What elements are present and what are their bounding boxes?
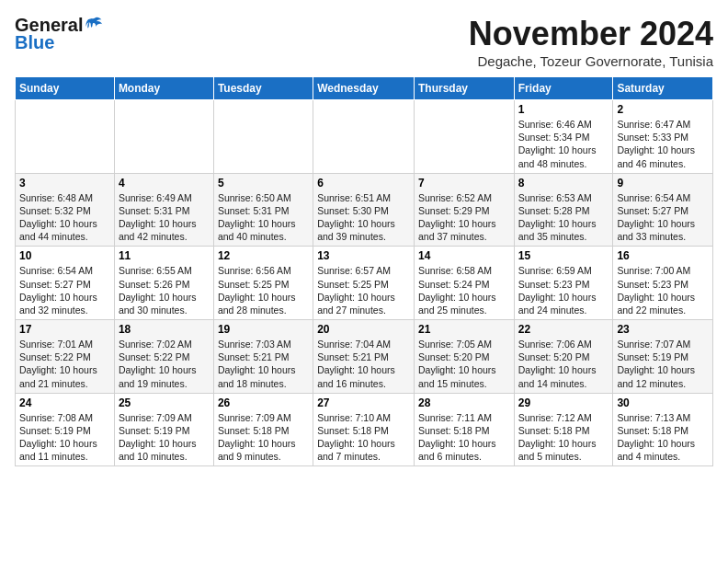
calendar-week-row: 10Sunrise: 6:54 AM Sunset: 5:27 PM Dayli… — [16, 247, 713, 320]
day-info: Sunrise: 7:10 AM Sunset: 5:18 PM Dayligh… — [317, 411, 410, 464]
day-info: Sunrise: 6:48 AM Sunset: 5:32 PM Dayligh… — [19, 191, 110, 244]
weekday-header-wednesday: Wednesday — [313, 77, 415, 100]
calendar-day-cell: 10Sunrise: 6:54 AM Sunset: 5:27 PM Dayli… — [16, 247, 115, 320]
day-info: Sunrise: 6:58 AM Sunset: 5:24 PM Dayligh… — [418, 264, 510, 316]
logo: General Blue — [15, 15, 105, 53]
day-info: Sunrise: 7:09 AM Sunset: 5:18 PM Dayligh… — [218, 411, 309, 464]
calendar-day-cell: 27Sunrise: 7:10 AM Sunset: 5:18 PM Dayli… — [313, 393, 415, 466]
calendar-day-cell: 25Sunrise: 7:09 AM Sunset: 5:19 PM Dayli… — [114, 393, 213, 466]
calendar-header: SundayMondayTuesdayWednesdayThursdayFrid… — [16, 77, 713, 100]
calendar-week-row: 24Sunrise: 7:08 AM Sunset: 5:19 PM Dayli… — [16, 393, 713, 466]
day-info: Sunrise: 6:53 AM Sunset: 5:28 PM Dayligh… — [518, 191, 609, 244]
day-number: 19 — [218, 323, 309, 336]
calendar-day-cell: 5Sunrise: 6:50 AM Sunset: 5:31 PM Daylig… — [213, 173, 313, 247]
weekday-header-thursday: Thursday — [414, 77, 514, 100]
day-number: 27 — [317, 396, 410, 409]
calendar-day-cell — [114, 100, 213, 174]
day-info: Sunrise: 6:46 AM Sunset: 5:34 PM Dayligh… — [518, 118, 609, 170]
calendar-day-cell — [213, 100, 313, 174]
calendar-day-cell: 22Sunrise: 7:06 AM Sunset: 5:20 PM Dayli… — [514, 320, 613, 394]
calendar-day-cell: 4Sunrise: 6:49 AM Sunset: 5:31 PM Daylig… — [114, 173, 213, 247]
day-number: 17 — [19, 323, 110, 336]
calendar-day-cell: 6Sunrise: 6:51 AM Sunset: 5:30 PM Daylig… — [313, 173, 415, 247]
day-number: 21 — [418, 323, 510, 336]
day-number: 15 — [518, 249, 609, 262]
calendar-day-cell: 13Sunrise: 6:57 AM Sunset: 5:25 PM Dayli… — [313, 247, 415, 320]
calendar-week-row: 17Sunrise: 7:01 AM Sunset: 5:22 PM Dayli… — [16, 320, 713, 394]
calendar-day-cell: 17Sunrise: 7:01 AM Sunset: 5:22 PM Dayli… — [16, 320, 115, 394]
day-number: 8 — [518, 177, 609, 190]
day-info: Sunrise: 7:01 AM Sunset: 5:22 PM Dayligh… — [19, 338, 110, 390]
day-info: Sunrise: 7:09 AM Sunset: 5:19 PM Dayligh… — [119, 411, 210, 464]
calendar-day-cell: 3Sunrise: 6:48 AM Sunset: 5:32 PM Daylig… — [16, 173, 115, 247]
calendar-day-cell: 21Sunrise: 7:05 AM Sunset: 5:20 PM Dayli… — [414, 320, 514, 394]
calendar-day-cell: 28Sunrise: 7:11 AM Sunset: 5:18 PM Dayli… — [414, 393, 514, 466]
calendar-day-cell: 8Sunrise: 6:53 AM Sunset: 5:28 PM Daylig… — [514, 173, 613, 247]
calendar-day-cell — [313, 100, 415, 174]
calendar-day-cell: 18Sunrise: 7:02 AM Sunset: 5:22 PM Dayli… — [114, 320, 213, 394]
calendar-day-cell: 11Sunrise: 6:55 AM Sunset: 5:26 PM Dayli… — [114, 247, 213, 320]
weekday-header-saturday: Saturday — [613, 77, 713, 100]
day-info: Sunrise: 6:57 AM Sunset: 5:25 PM Dayligh… — [317, 264, 410, 316]
day-number: 9 — [617, 177, 709, 190]
day-number: 3 — [19, 177, 110, 190]
day-number: 18 — [119, 323, 210, 336]
day-number: 25 — [119, 396, 210, 409]
day-info: Sunrise: 6:49 AM Sunset: 5:31 PM Dayligh… — [119, 191, 210, 244]
day-number: 28 — [418, 396, 510, 409]
calendar-day-cell: 20Sunrise: 7:04 AM Sunset: 5:21 PM Dayli… — [313, 320, 415, 394]
weekday-header-monday: Monday — [114, 77, 213, 100]
calendar-day-cell: 29Sunrise: 7:12 AM Sunset: 5:18 PM Dayli… — [514, 393, 613, 466]
weekday-header-friday: Friday — [514, 77, 613, 100]
day-number: 20 — [317, 323, 410, 336]
calendar-day-cell: 9Sunrise: 6:54 AM Sunset: 5:27 PM Daylig… — [613, 173, 713, 247]
day-info: Sunrise: 7:00 AM Sunset: 5:23 PM Dayligh… — [617, 264, 709, 316]
day-number: 22 — [518, 323, 609, 336]
calendar-day-cell: 7Sunrise: 6:52 AM Sunset: 5:29 PM Daylig… — [414, 173, 514, 247]
day-number: 29 — [518, 396, 609, 409]
day-number: 14 — [418, 249, 510, 262]
month-title: November 2024 — [469, 15, 713, 53]
day-number: 2 — [617, 103, 709, 116]
location-subtitle: Degache, Tozeur Governorate, Tunisia — [469, 53, 713, 69]
day-number: 1 — [518, 103, 609, 116]
day-info: Sunrise: 6:55 AM Sunset: 5:26 PM Dayligh… — [119, 264, 210, 316]
day-info: Sunrise: 7:12 AM Sunset: 5:18 PM Dayligh… — [518, 411, 609, 464]
day-number: 11 — [119, 249, 210, 262]
calendar-day-cell: 1Sunrise: 6:46 AM Sunset: 5:34 PM Daylig… — [514, 100, 613, 174]
day-info: Sunrise: 7:05 AM Sunset: 5:20 PM Dayligh… — [418, 338, 510, 390]
logo-bird-icon — [85, 16, 105, 36]
day-number: 16 — [617, 249, 709, 262]
calendar-day-cell: 16Sunrise: 7:00 AM Sunset: 5:23 PM Dayli… — [613, 247, 713, 320]
calendar-day-cell — [16, 100, 115, 174]
day-number: 7 — [418, 177, 510, 190]
calendar-body: 1Sunrise: 6:46 AM Sunset: 5:34 PM Daylig… — [16, 100, 713, 466]
calendar-day-cell: 15Sunrise: 6:59 AM Sunset: 5:23 PM Dayli… — [514, 247, 613, 320]
weekday-header-tuesday: Tuesday — [213, 77, 313, 100]
page-header: General Blue November 2024 Degache, Toze… — [15, 15, 713, 69]
day-info: Sunrise: 7:08 AM Sunset: 5:19 PM Dayligh… — [19, 411, 110, 464]
day-info: Sunrise: 7:02 AM Sunset: 5:22 PM Dayligh… — [119, 338, 210, 390]
day-number: 10 — [19, 249, 110, 262]
calendar-day-cell: 12Sunrise: 6:56 AM Sunset: 5:25 PM Dayli… — [213, 247, 313, 320]
day-number: 13 — [317, 249, 410, 262]
day-number: 23 — [617, 323, 709, 336]
day-number: 5 — [218, 177, 309, 190]
day-info: Sunrise: 7:13 AM Sunset: 5:18 PM Dayligh… — [617, 411, 709, 464]
day-info: Sunrise: 7:07 AM Sunset: 5:19 PM Dayligh… — [617, 338, 709, 390]
logo-blue: Blue — [15, 32, 54, 53]
day-number: 26 — [218, 396, 309, 409]
day-number: 12 — [218, 249, 309, 262]
calendar-day-cell: 2Sunrise: 6:47 AM Sunset: 5:33 PM Daylig… — [613, 100, 713, 174]
day-info: Sunrise: 6:47 AM Sunset: 5:33 PM Dayligh… — [617, 118, 709, 170]
weekday-header-sunday: Sunday — [16, 77, 115, 100]
day-info: Sunrise: 6:54 AM Sunset: 5:27 PM Dayligh… — [19, 264, 110, 316]
calendar-week-row: 1Sunrise: 6:46 AM Sunset: 5:34 PM Daylig… — [16, 100, 713, 174]
calendar-day-cell: 24Sunrise: 7:08 AM Sunset: 5:19 PM Dayli… — [16, 393, 115, 466]
weekday-row: SundayMondayTuesdayWednesdayThursdayFrid… — [16, 77, 713, 100]
day-info: Sunrise: 6:59 AM Sunset: 5:23 PM Dayligh… — [518, 264, 609, 316]
day-info: Sunrise: 7:11 AM Sunset: 5:18 PM Dayligh… — [418, 411, 510, 464]
day-info: Sunrise: 7:04 AM Sunset: 5:21 PM Dayligh… — [317, 338, 410, 390]
day-info: Sunrise: 6:51 AM Sunset: 5:30 PM Dayligh… — [317, 191, 410, 244]
day-info: Sunrise: 6:52 AM Sunset: 5:29 PM Dayligh… — [418, 191, 510, 244]
